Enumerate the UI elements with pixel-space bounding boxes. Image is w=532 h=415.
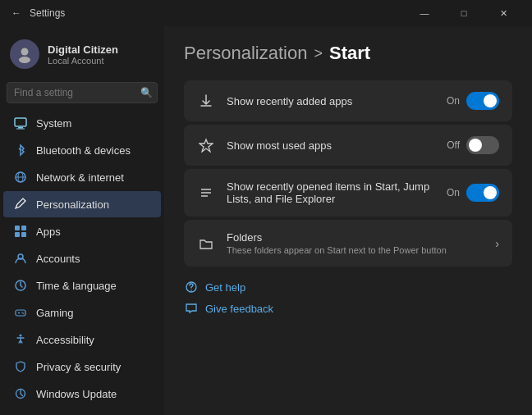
toggle-label-recently-added: On bbox=[447, 95, 460, 107]
sidebar-item-label-bluetooth: Bluetooth & devices bbox=[36, 144, 131, 157]
bluetooth-icon bbox=[13, 143, 28, 157]
setting-icon-most-used bbox=[197, 136, 215, 154]
sidebar-item-time[interactable]: Time & language bbox=[3, 272, 161, 299]
breadcrumb-parent[interactable]: Personalization bbox=[184, 43, 307, 64]
setting-right-most-used: Off bbox=[447, 136, 499, 154]
chevron-right-icon: › bbox=[495, 237, 499, 250]
user-info: Digital Citizen Local Account bbox=[48, 43, 118, 66]
toggle-knob-recently-added bbox=[484, 94, 497, 107]
setting-left-most-used: Show most used apps bbox=[197, 136, 332, 154]
breadcrumb-separator: > bbox=[314, 45, 323, 62]
user-name: Digital Citizen bbox=[48, 43, 118, 56]
setting-icon-folders bbox=[197, 235, 215, 253]
setting-card-folders[interactable]: FoldersThese folders appear on Start nex… bbox=[184, 220, 512, 267]
settings-list: Show recently added appsOnShow most used… bbox=[184, 80, 512, 267]
help-label-give-feedback: Give feedback bbox=[205, 303, 273, 315]
help-section: Get helpGive feedback bbox=[184, 280, 512, 316]
setting-card-recently-added[interactable]: Show recently added appsOn bbox=[184, 80, 512, 121]
setting-desc-folders: These folders appear on Start next to th… bbox=[227, 245, 447, 255]
maximize-button[interactable]: □ bbox=[445, 0, 483, 26]
setting-card-recently-opened[interactable]: Show recently opened items in Start, Jum… bbox=[184, 169, 512, 217]
titlebar-controls: — □ ✕ bbox=[406, 0, 522, 26]
setting-text-most-used: Show most used apps bbox=[227, 139, 332, 152]
user-role: Local Account bbox=[48, 56, 118, 66]
toggle-label-most-used: Off bbox=[447, 139, 460, 151]
help-link-give-feedback[interactable]: Give feedback bbox=[184, 301, 512, 316]
svg-point-26 bbox=[190, 290, 192, 291]
svg-point-1 bbox=[19, 57, 30, 63]
back-button[interactable]: ← bbox=[10, 7, 23, 20]
sidebar-item-accounts[interactable]: Accounts bbox=[3, 245, 161, 271]
sidebar-item-network[interactable]: Network & internet bbox=[3, 164, 161, 190]
update-icon bbox=[13, 386, 28, 401]
setting-text-recently-added: Show recently added apps bbox=[227, 95, 352, 107]
sidebar-item-label-network: Network & internet bbox=[36, 171, 124, 184]
svg-rect-3 bbox=[18, 127, 23, 129]
setting-right-recently-added: On bbox=[447, 92, 499, 110]
svg-rect-10 bbox=[15, 232, 20, 237]
sidebar-item-label-accounts: Accounts bbox=[36, 253, 80, 265]
svg-rect-2 bbox=[15, 118, 26, 126]
sidebar-item-gaming[interactable]: Gaming bbox=[3, 299, 161, 326]
titlebar-left: ← Settings bbox=[10, 7, 65, 20]
svg-marker-21 bbox=[200, 139, 213, 152]
setting-right-folders: › bbox=[495, 237, 499, 250]
sidebar: Digital Citizen Local Account 🔍 SystemBl… bbox=[0, 26, 164, 415]
sidebar-item-update[interactable]: Windows Update bbox=[3, 381, 161, 407]
toggle-knob-most-used bbox=[469, 139, 482, 152]
sidebar-item-personalization[interactable]: Personalization bbox=[3, 191, 161, 217]
apps-icon bbox=[13, 224, 28, 239]
setting-left-folders: FoldersThese folders appear on Start nex… bbox=[197, 231, 447, 255]
svg-point-17 bbox=[21, 312, 23, 313]
user-profile[interactable]: Digital Citizen Local Account bbox=[0, 33, 164, 79]
sidebar-item-bluetooth[interactable]: Bluetooth & devices bbox=[3, 137, 161, 163]
setting-title-recently-opened: Show recently opened items in Start, Jum… bbox=[227, 180, 447, 205]
sidebar-item-privacy[interactable]: Privacy & security bbox=[3, 353, 161, 380]
close-button[interactable]: ✕ bbox=[484, 0, 522, 26]
svg-rect-9 bbox=[21, 226, 26, 230]
svg-point-0 bbox=[21, 48, 29, 56]
sidebar-nav: SystemBluetooth & devicesNetwork & inter… bbox=[0, 110, 164, 407]
sidebar-item-label-gaming: Gaming bbox=[36, 307, 74, 319]
help-icon-get-help bbox=[184, 280, 199, 294]
svg-rect-8 bbox=[15, 226, 20, 230]
app-container: Digital Citizen Local Account 🔍 SystemBl… bbox=[0, 26, 532, 415]
minimize-button[interactable]: — bbox=[406, 0, 443, 26]
sidebar-item-accessibility[interactable]: Accessibility bbox=[3, 326, 161, 353]
setting-icon-recently-opened bbox=[197, 184, 215, 202]
sidebar-item-system[interactable]: System bbox=[3, 110, 161, 136]
sidebar-item-apps[interactable]: Apps bbox=[3, 218, 161, 244]
setting-title-folders: Folders bbox=[227, 231, 447, 244]
accessibility-icon bbox=[13, 332, 28, 347]
setting-left-recently-opened: Show recently opened items in Start, Jum… bbox=[197, 180, 447, 205]
help-label-get-help: Get help bbox=[205, 281, 245, 294]
setting-right-recently-opened: On bbox=[447, 184, 499, 202]
accounts-icon bbox=[13, 251, 28, 266]
breadcrumb-current: Start bbox=[329, 43, 370, 64]
search-box: 🔍 bbox=[7, 82, 158, 103]
svg-point-18 bbox=[23, 312, 25, 314]
sidebar-item-label-privacy: Privacy & security bbox=[36, 361, 121, 373]
personalization-icon bbox=[13, 197, 28, 212]
sidebar-item-label-update: Windows Update bbox=[36, 388, 117, 400]
sidebar-item-label-time: Time & language bbox=[36, 280, 117, 292]
toggle-most-used[interactable] bbox=[466, 136, 499, 154]
toggle-recently-opened[interactable] bbox=[466, 184, 499, 202]
search-icon: 🔍 bbox=[140, 87, 153, 98]
svg-rect-14 bbox=[16, 310, 25, 316]
search-input[interactable] bbox=[7, 82, 158, 103]
setting-card-most-used[interactable]: Show most used appsOff bbox=[184, 125, 512, 166]
svg-point-19 bbox=[20, 335, 22, 337]
help-link-get-help[interactable]: Get help bbox=[184, 280, 512, 294]
setting-icon-recently-added bbox=[197, 92, 215, 110]
toggle-recently-added[interactable] bbox=[466, 92, 499, 110]
sidebar-item-label-system: System bbox=[36, 117, 71, 130]
toggle-knob-recently-opened bbox=[484, 186, 497, 199]
system-icon bbox=[13, 116, 28, 130]
network-icon bbox=[13, 170, 28, 185]
toggle-label-recently-opened: On bbox=[447, 187, 460, 198]
privacy-icon bbox=[13, 359, 28, 374]
main-content: Personalization > Start Show recently ad… bbox=[164, 26, 532, 415]
titlebar-title: Settings bbox=[30, 7, 65, 19]
sidebar-item-label-apps: Apps bbox=[36, 226, 61, 238]
